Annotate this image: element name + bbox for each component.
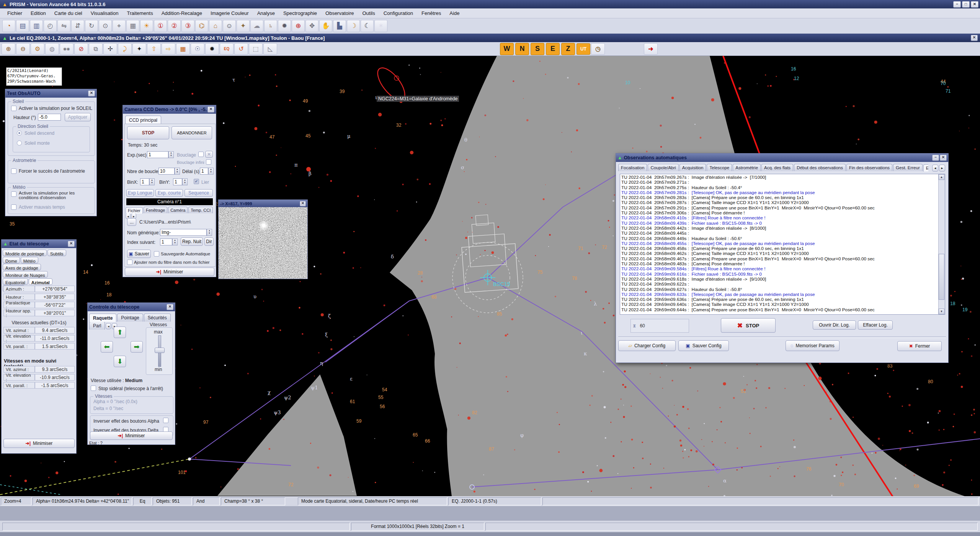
open-log-dir-button[interactable]: Ouvrir Dir. Log. bbox=[813, 320, 856, 330]
tab-raquette[interactable]: Raquette bbox=[89, 314, 116, 322]
nom-generique-field[interactable]: Img- bbox=[160, 229, 207, 236]
selection-icon[interactable]: ⬚ bbox=[249, 43, 263, 55]
telescope-1-icon[interactable]: ① bbox=[154, 20, 167, 32]
tab-coupole-abri[interactable]: Coupole/Abri bbox=[648, 164, 678, 171]
rep-nuit-button[interactable]: Rep. Nuit bbox=[181, 237, 203, 246]
ruler-icon[interactable]: ◺ bbox=[263, 43, 277, 55]
comet-list[interactable]: C/2021A1(Leonard)67P/Churyumov-Geras.29P… bbox=[6, 67, 62, 86]
scroll-up-icon[interactable]: ▲ bbox=[939, 174, 944, 180]
index-spinner[interactable]: ▲▼ bbox=[172, 239, 178, 245]
universal-time-icon[interactable]: UT bbox=[577, 43, 590, 55]
compass-z-button[interactable]: Z bbox=[561, 43, 575, 55]
tab-astrom-trie[interactable]: Astrométrie bbox=[733, 164, 761, 171]
menu-fichier[interactable]: Fichier bbox=[3, 9, 26, 18]
sun-icon[interactable]: ☀ bbox=[140, 20, 153, 32]
focus-icon[interactable]: ✶ bbox=[374, 20, 387, 32]
sauvegarde-auto-checkbox[interactable] bbox=[154, 251, 159, 257]
center-map-icon[interactable]: ✹ bbox=[205, 43, 219, 55]
delai-spinner[interactable]: ▲▼ bbox=[208, 168, 214, 175]
moon-icon[interactable]: ☽ bbox=[347, 20, 360, 32]
tab-scroll-right[interactable]: ► bbox=[939, 165, 945, 172]
target-icon[interactable]: ⊕ bbox=[292, 20, 305, 32]
stop-exposure-button[interactable]: STOP bbox=[127, 126, 169, 139]
menu-fen-tres[interactable]: Fenêtres bbox=[417, 9, 445, 18]
scroll-down-icon[interactable]: ▼ bbox=[939, 309, 944, 314]
slew-west-button[interactable]: ⬅ bbox=[101, 341, 113, 353]
close-button[interactable]: ✕ bbox=[971, 1, 978, 8]
exp-courte-button[interactable]: Exp. courte bbox=[155, 189, 183, 197]
tab-cam-ra[interactable]: Caméra bbox=[168, 207, 188, 213]
tab-mod-le-de-pointage[interactable]: Modèle de pointage bbox=[3, 250, 47, 256]
save-icon[interactable]: ▤ bbox=[16, 20, 29, 32]
tab-pointage[interactable]: Pointage bbox=[117, 314, 143, 322]
hauteur-field[interactable]: -5.0 bbox=[38, 114, 61, 121]
observer-icon[interactable]: ☺ bbox=[223, 20, 236, 32]
gear-hand-icon[interactable]: ⚙ bbox=[31, 43, 44, 55]
comet-icon[interactable]: ✦ bbox=[237, 20, 250, 32]
magnifier-icon[interactable]: ⊙ bbox=[99, 20, 112, 32]
menu-traitements[interactable]: Traitements bbox=[123, 9, 157, 18]
menu-edition[interactable]: Edition bbox=[26, 9, 50, 18]
menu-configuration[interactable]: Configuration bbox=[379, 9, 417, 18]
eq-az-icon[interactable]: EQ bbox=[220, 43, 234, 55]
nbre-boucles-field[interactable]: 10 bbox=[158, 168, 175, 175]
binx-spinner[interactable]: ▲▼ bbox=[149, 178, 155, 185]
crosshair-icon[interactable]: ⌖ bbox=[113, 20, 126, 32]
charger-config-button[interactable]: ▱ Charger Config bbox=[618, 340, 676, 351]
planet-icon[interactable]: ♄ bbox=[264, 20, 277, 32]
close-icon[interactable]: ✕ bbox=[88, 90, 95, 96]
bouclage-checkbox[interactable] bbox=[198, 152, 204, 157]
tab-temp-cci[interactable]: Temp. CCI bbox=[188, 207, 213, 213]
exp-field[interactable]: 1 bbox=[147, 151, 168, 158]
tab-ccd-principal[interactable]: CCD principal bbox=[125, 116, 161, 124]
speed-slider-handle[interactable] bbox=[155, 348, 165, 353]
browse-button[interactable]: ... bbox=[127, 218, 136, 226]
tab-equatorial[interactable]: Equatorial bbox=[3, 278, 28, 285]
log-scrollbar[interactable]: ▲ ▼ bbox=[938, 174, 945, 314]
nbre-spinner[interactable]: ▲▼ bbox=[175, 168, 180, 175]
menu-analyse[interactable]: Analyse bbox=[253, 9, 279, 18]
tab-d-but-des-observations[interactable]: Début des observations bbox=[794, 164, 846, 171]
image-window-icon[interactable]: ▦ bbox=[126, 20, 139, 32]
ephemeris-grid-icon[interactable]: ▦ bbox=[176, 43, 190, 55]
print-icon[interactable]: ⧉ bbox=[89, 43, 103, 55]
galaxy-icon[interactable]: ✹ bbox=[278, 20, 291, 32]
biny-field[interactable]: 1 bbox=[173, 178, 182, 185]
menu-carte-du-ciel[interactable]: Carte du ciel bbox=[50, 9, 87, 18]
exit-icon[interactable]: ➜ bbox=[644, 43, 658, 55]
sauver-config-button[interactable]: ▣ Sauver Config bbox=[678, 340, 729, 351]
binx-field[interactable]: 1 bbox=[140, 178, 149, 185]
tab-scroll-left[interactable]: ◄ bbox=[932, 165, 938, 172]
flip-view-icon[interactable]: ⤸ bbox=[118, 43, 132, 55]
status-eq-toggle[interactable]: Eq bbox=[133, 497, 152, 505]
clock-icon[interactable]: ◷ bbox=[591, 43, 605, 55]
tab-dome[interactable]: Dome bbox=[3, 257, 20, 263]
compass-n-button[interactable]: N bbox=[515, 43, 529, 55]
tab-axes-de-guidage[interactable]: Axes de guidage bbox=[3, 264, 41, 270]
mauvais-temps-checkbox[interactable] bbox=[11, 204, 16, 210]
menu-spectrographie[interactable]: Spectrographie bbox=[279, 9, 321, 18]
flip-horizontal-icon[interactable]: ⇋ bbox=[57, 20, 70, 32]
maximize-button[interactable]: □ bbox=[962, 1, 970, 8]
compass-e-button[interactable]: E bbox=[546, 43, 560, 55]
activer-soleil-checkbox[interactable] bbox=[11, 106, 16, 111]
tab-moniteur-de-nuages[interactable]: Moniteur de Nuages bbox=[3, 271, 48, 278]
menu-aide[interactable]: Aide bbox=[445, 9, 464, 18]
inverser-alpha-checkbox[interactable] bbox=[163, 418, 168, 423]
rotate-image-icon[interactable]: ↻ bbox=[85, 20, 98, 32]
menu-addition-recalage[interactable]: Addition-Recalage bbox=[157, 9, 206, 18]
tab-gest-erreur[interactable]: Gest. Erreur bbox=[893, 164, 923, 171]
up-arrow-icon[interactable]: ⇧ bbox=[147, 43, 161, 55]
slew-north-button[interactable]: ⬆ bbox=[114, 327, 126, 338]
clear-log-button[interactable]: Effacer Log. bbox=[858, 320, 893, 330]
index-suivant-field[interactable]: 1 bbox=[160, 239, 172, 245]
activer-meteo-checkbox[interactable] bbox=[11, 191, 16, 197]
tab-m-t-o[interactable]: Météo bbox=[21, 257, 38, 263]
goto-icon[interactable]: ⇨ bbox=[162, 43, 175, 55]
fermer-button[interactable]: ✖ Fermer bbox=[897, 341, 942, 351]
tab-acquisition[interactable]: Acquisition bbox=[679, 164, 706, 171]
night-icon[interactable]: ☾ bbox=[361, 20, 374, 32]
tab-telescope[interactable]: Telescope bbox=[707, 164, 732, 171]
exp-longue-button[interactable]: Exp Longue bbox=[126, 189, 154, 197]
comet-entry[interactable]: 29P/Schwassmann-Wach bbox=[7, 78, 62, 84]
